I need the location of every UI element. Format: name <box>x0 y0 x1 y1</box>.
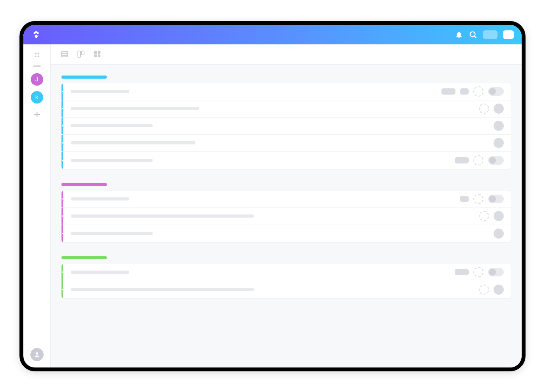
group-header[interactable] <box>62 256 107 259</box>
task-controls <box>441 86 511 97</box>
assignee-add-icon[interactable] <box>473 86 483 97</box>
group-header[interactable] <box>62 76 107 79</box>
status-notch-icon <box>62 231 65 236</box>
task-group <box>62 256 511 298</box>
assignee-add-icon[interactable] <box>479 285 489 295</box>
sidebar-divider <box>33 65 41 67</box>
profile-button[interactable] <box>30 348 44 361</box>
task-row[interactable] <box>62 118 511 135</box>
task-group <box>62 76 511 169</box>
status-notch-icon <box>62 123 65 128</box>
task-controls <box>455 267 511 277</box>
assignee-avatar[interactable] <box>494 229 504 239</box>
assignee-add-icon[interactable] <box>473 267 483 277</box>
assignee-add-icon[interactable] <box>479 104 489 114</box>
task-row[interactable] <box>62 225 511 242</box>
list-view-icon[interactable] <box>60 49 69 59</box>
status-notch-icon <box>62 158 65 162</box>
status-notch-icon <box>62 89 65 93</box>
task-title <box>71 214 254 218</box>
assignee-avatar[interactable] <box>494 121 504 131</box>
task-toggle[interactable] <box>488 268 504 276</box>
spaces-icon[interactable] <box>33 51 41 59</box>
task-row[interactable] <box>62 83 511 100</box>
svg-point-3 <box>35 55 37 57</box>
assignee-add-icon[interactable] <box>473 194 483 204</box>
task-title <box>71 107 199 110</box>
task-controls <box>494 229 511 239</box>
top-bar <box>23 25 522 44</box>
notifications-icon[interactable] <box>455 30 463 39</box>
task-tag[interactable] <box>441 88 455 95</box>
task-title <box>71 232 153 235</box>
workspace-avatar[interactable]: k <box>31 91 43 104</box>
group-header[interactable] <box>62 183 107 186</box>
task-title <box>71 197 129 200</box>
task-row[interactable] <box>62 152 511 169</box>
task-controls <box>455 155 511 165</box>
workspace-avatar[interactable]: J <box>31 73 43 86</box>
assignee-avatar[interactable] <box>494 211 504 221</box>
svg-rect-10 <box>98 51 100 54</box>
assignee-avatar[interactable] <box>494 104 504 114</box>
task-toggle[interactable] <box>488 156 504 165</box>
svg-rect-11 <box>94 54 97 57</box>
task-row[interactable] <box>62 135 511 152</box>
task-tag[interactable] <box>460 88 469 95</box>
assignee-avatar[interactable] <box>494 285 504 295</box>
status-notch-icon <box>62 197 65 201</box>
task-tag[interactable] <box>455 157 469 163</box>
task-controls <box>479 211 511 221</box>
main-area <box>51 44 522 367</box>
task-controls <box>460 194 511 204</box>
task-controls <box>494 121 511 131</box>
task-title <box>71 124 153 127</box>
status-notch-icon <box>62 214 65 218</box>
add-space-icon[interactable] <box>32 110 42 119</box>
assignee-avatar[interactable] <box>494 138 504 148</box>
view-bar <box>51 44 522 65</box>
board-view-icon[interactable] <box>76 49 86 59</box>
svg-point-4 <box>37 55 39 57</box>
task-row[interactable] <box>62 100 511 118</box>
task-tag[interactable] <box>460 196 469 202</box>
task-list-content <box>51 65 522 314</box>
svg-rect-12 <box>98 54 100 57</box>
header-chip[interactable] <box>483 30 498 39</box>
svg-point-2 <box>37 53 39 54</box>
search-icon[interactable] <box>469 30 477 39</box>
task-row[interactable] <box>62 191 511 208</box>
task-title <box>71 288 254 291</box>
assignee-add-icon[interactable] <box>479 211 489 221</box>
user-icon <box>33 351 40 358</box>
svg-rect-8 <box>81 51 84 55</box>
task-title <box>71 271 129 274</box>
task-title <box>71 141 195 144</box>
task-row[interactable] <box>62 208 511 225</box>
task-list <box>62 191 511 242</box>
task-row[interactable] <box>62 281 511 298</box>
task-group <box>62 183 511 242</box>
task-toggle[interactable] <box>488 87 504 96</box>
svg-rect-6 <box>62 51 68 57</box>
svg-rect-7 <box>78 51 81 57</box>
task-title <box>71 90 129 93</box>
sidebar: Jk <box>23 44 51 367</box>
svg-point-5 <box>36 352 38 355</box>
status-notch-icon <box>62 270 65 274</box>
task-list <box>62 264 511 298</box>
header-action[interactable] <box>503 30 514 39</box>
task-row[interactable] <box>62 264 511 281</box>
task-controls <box>479 285 511 295</box>
svg-rect-9 <box>94 51 97 54</box>
task-title <box>71 159 153 162</box>
app-frame: Jk <box>19 21 526 371</box>
app-logo-icon <box>31 30 41 40</box>
assignee-add-icon[interactable] <box>473 155 483 165</box>
grid-view-icon[interactable] <box>93 49 102 59</box>
task-toggle[interactable] <box>488 195 504 203</box>
status-notch-icon <box>62 287 65 292</box>
svg-point-0 <box>470 32 475 37</box>
task-tag[interactable] <box>455 269 469 275</box>
task-controls <box>479 104 511 114</box>
